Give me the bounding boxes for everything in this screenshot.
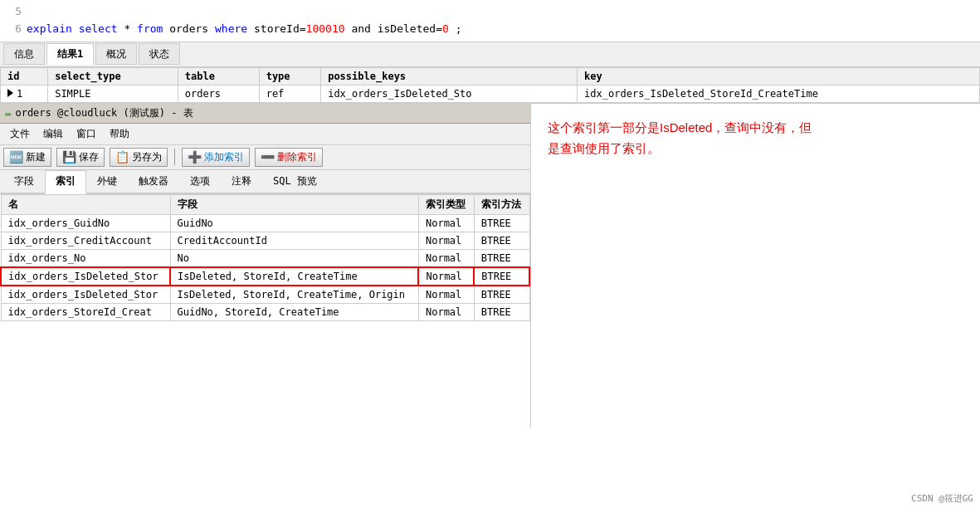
index-cell-field: No: [170, 249, 418, 267]
sub-tabs-bar: 字段 索引 外键 触发器 选项 注释 SQL 预览: [0, 170, 530, 194]
tab-info[interactable]: 信息: [3, 43, 45, 65]
table-row[interactable]: 1 SIMPLE orders ref idx_orders_IsDeleted…: [1, 85, 980, 102]
del-icon: ➖: [261, 150, 275, 164]
menubar: 文件 编辑 窗口 帮助: [0, 124, 530, 145]
cell-possible-keys: idx_orders_IsDeleted_Sto: [321, 85, 578, 102]
lower-section: ✏️ orders @cloudluck (测试服) - 表 文件 编辑 窗口 …: [0, 104, 980, 427]
cell-indicator: 1: [1, 85, 48, 102]
keyword-explain: explain: [27, 22, 72, 35]
save-label: 保存: [79, 150, 99, 164]
col-key: key: [578, 67, 980, 85]
sub-tab-options[interactable]: 选项: [179, 170, 221, 193]
index-cell-field: GuidNo, StoreId, CreateTime: [170, 303, 418, 320]
index-table: 名 字段 索引类型 索引方法 idx_orders_GuidNoGuidNoNo…: [0, 194, 530, 321]
table-row[interactable]: idx_orders_CreditAccountCreditAccountIdN…: [1, 232, 529, 249]
new-label: 新建: [26, 150, 46, 164]
sql-value-isdeleted: 0: [442, 22, 449, 35]
del-index-button[interactable]: ➖ 删除索引: [255, 148, 323, 167]
menu-file[interactable]: 文件: [3, 125, 37, 143]
index-col-type: 索引类型: [418, 194, 474, 214]
sql-and: and: [351, 22, 377, 35]
index-cell-type: Normal: [418, 214, 474, 232]
result-table: id select_type table type possible_keys …: [0, 67, 980, 103]
toolbar: 🆕 新建 💾 保存 📋 另存为 ➕ 添加索引 ➖ 删除索引: [0, 145, 530, 170]
index-cell-name: idx_orders_IsDeleted_Stor: [1, 286, 170, 304]
menu-window[interactable]: 窗口: [70, 125, 103, 143]
sub-tab-comment[interactable]: 注释: [221, 170, 262, 193]
index-cell-method: BTREE: [474, 249, 529, 267]
cell-table: orders: [178, 85, 259, 102]
sql-condition2: isDeleted=: [378, 22, 442, 35]
index-cell-name: idx_orders_CreditAccount: [1, 232, 170, 249]
result-tabs-bar: 信息 结果1 概况 状态: [0, 42, 980, 67]
add-index-button[interactable]: ➕ 添加索引: [182, 148, 250, 167]
line-num-5: 5: [7, 3, 22, 21]
menu-edit[interactable]: 编辑: [37, 125, 70, 143]
cell-type: ref: [259, 85, 320, 102]
keyword-where: where: [215, 22, 247, 35]
index-col-name: 名: [1, 194, 170, 214]
sql-editor: 5 6 explain select * from orders where s…: [0, 0, 980, 42]
sub-tab-index[interactable]: 索引: [45, 170, 86, 194]
annotation-text: 这个索引第一部分是IsDeleted，查询中没有，但是查询使用了索引。: [548, 117, 963, 159]
annotation-panel: 这个索引第一部分是IsDeleted，查询中没有，但是查询使用了索引。: [531, 104, 980, 427]
edit-icon: ✏️: [5, 106, 12, 120]
index-cell-method: BTREE: [474, 267, 529, 286]
del-index-label: 删除索引: [277, 150, 317, 164]
col-select-type: select_type: [48, 67, 178, 85]
tab-overview[interactable]: 概况: [95, 43, 137, 65]
index-cell-name: idx_orders_StoreId_Creat: [1, 303, 170, 320]
index-cell-type: Normal: [418, 232, 474, 249]
save-as-button[interactable]: 📋 另存为: [110, 148, 168, 167]
index-cell-method: BTREE: [474, 286, 529, 304]
tab-status[interactable]: 状态: [139, 43, 180, 65]
save-icon: 💾: [62, 150, 76, 164]
cell-key: idx_orders_IsDeleted_StoreId_CreateTime: [578, 85, 980, 102]
row-arrow-icon: [7, 89, 13, 97]
index-cell-type: Normal: [418, 267, 474, 286]
index-col-field: 字段: [170, 194, 418, 214]
keyword-from: from: [137, 22, 163, 35]
index-cell-type: Normal: [418, 249, 474, 267]
watermark: CSDN @筱进GG: [911, 492, 973, 505]
new-button[interactable]: 🆕 新建: [3, 148, 51, 167]
index-cell-field: IsDeleted, StoreId, CreateTime: [170, 267, 418, 286]
index-cell-name: idx_orders_IsDeleted_Stor: [1, 267, 170, 286]
index-table-wrap: 名 字段 索引类型 索引方法 idx_orders_GuidNoGuidNoNo…: [0, 194, 530, 427]
sql-condition1: storeId=: [254, 22, 306, 35]
sql-semicolon: ;: [456, 22, 462, 35]
index-cell-field: GuidNo: [170, 214, 418, 232]
sql-value-storeid: 100010: [306, 22, 345, 35]
line-num-6: 6: [7, 21, 22, 38]
index-cell-field: CreditAccountId: [170, 232, 418, 249]
table-row[interactable]: idx_orders_GuidNoGuidNoNormalBTREE: [1, 214, 529, 232]
sql-line-6-content: explain select * from orders where store…: [27, 21, 461, 38]
table-row[interactable]: idx_orders_IsDeleted_StorIsDeleted, Stor…: [1, 286, 529, 304]
cell-select-type: SIMPLE: [48, 85, 178, 102]
new-icon: 🆕: [9, 150, 23, 164]
result-table-wrap: id select_type table type possible_keys …: [0, 67, 980, 104]
table-row[interactable]: idx_orders_NoNoNormalBTREE: [1, 249, 529, 267]
sub-tab-trigger[interactable]: 触发器: [128, 170, 179, 193]
index-cell-name: idx_orders_No: [1, 249, 170, 267]
sub-tab-fields[interactable]: 字段: [3, 170, 45, 193]
toolbar-separator: [174, 149, 175, 165]
menu-help[interactable]: 帮助: [103, 125, 136, 143]
index-cell-method: BTREE: [474, 232, 529, 249]
sql-table: orders: [169, 22, 215, 35]
col-id: id: [1, 67, 48, 85]
index-col-method: 索引方法: [474, 194, 529, 214]
panel-titlebar: ✏️ orders @cloudluck (测试服) - 表: [0, 104, 530, 124]
sub-tab-sql-preview[interactable]: SQL 预览: [262, 170, 328, 193]
save-button[interactable]: 💾 保存: [56, 148, 105, 167]
index-cell-type: Normal: [418, 303, 474, 320]
sub-tab-foreignkey[interactable]: 外键: [86, 170, 128, 193]
add-index-label: 添加索引: [204, 150, 244, 164]
table-row[interactable]: idx_orders_StoreId_CreatGuidNo, StoreId,…: [1, 303, 529, 320]
index-cell-type: Normal: [418, 286, 474, 304]
col-table: table: [178, 67, 259, 85]
col-possible-keys: possible_keys: [321, 67, 578, 85]
tab-result1[interactable]: 结果1: [46, 43, 94, 65]
table-row[interactable]: idx_orders_IsDeleted_StorIsDeleted, Stor…: [1, 267, 529, 286]
col-type: type: [259, 67, 320, 85]
